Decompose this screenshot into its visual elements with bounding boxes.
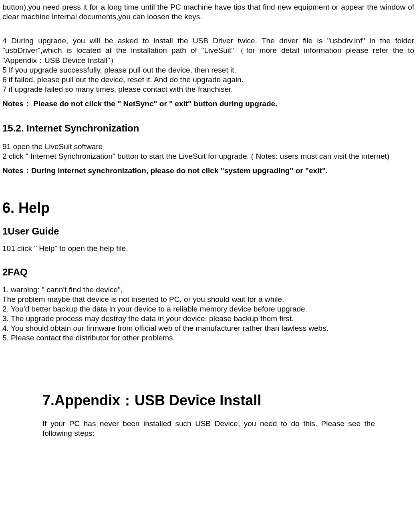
faq-item3: 3. The upgrade process may destroy the d… bbox=[2, 314, 414, 324]
sec152-item1: 91 open the LiveSuit software bbox=[2, 142, 414, 152]
step6: 6 if failed, please pull out the device,… bbox=[2, 75, 414, 85]
notes-upgrade: Notes： Please do not click the " NetSync… bbox=[2, 99, 414, 109]
notes-sync: Notes：During internet synchronization, p… bbox=[2, 166, 414, 176]
heading-faq: 2FAQ bbox=[2, 266, 414, 278]
faq-item1b: The problem maybe that device is not ins… bbox=[2, 295, 414, 304]
intro-paragraph: button),you need press it for a long tim… bbox=[2, 2, 414, 22]
faq-item2: 2. You'd better backup the data in your … bbox=[2, 304, 414, 314]
heading-6: 6. Help bbox=[2, 199, 414, 217]
heading-7: 7.Appendix：USB Device Install bbox=[42, 391, 375, 410]
heading-user-guide: 1User Guide bbox=[2, 225, 414, 237]
heading-15-2: 15.2. Internet Synchronization bbox=[2, 122, 414, 134]
sec7-intro: If your PC has never been installed such… bbox=[42, 419, 375, 438]
sec152-item2: 2 click " Internet Synchronization" butt… bbox=[2, 152, 414, 161]
step5: 5 If you upgrade successfully, please pu… bbox=[2, 65, 414, 75]
faq-item5: 5. Please contact the distributor for ot… bbox=[2, 333, 414, 343]
step4: 4 During upgrade, you will be asked to i… bbox=[2, 36, 414, 65]
faq-item4: 4. You should obtain our firmware from o… bbox=[2, 324, 414, 333]
faq-item1a: 1. warning: " cann't find the device", bbox=[2, 285, 414, 295]
user-guide-item1: 101 click " Help" to open the help file. bbox=[2, 244, 414, 253]
step7: 7 if upgrade failed so many times, pleas… bbox=[2, 85, 414, 94]
